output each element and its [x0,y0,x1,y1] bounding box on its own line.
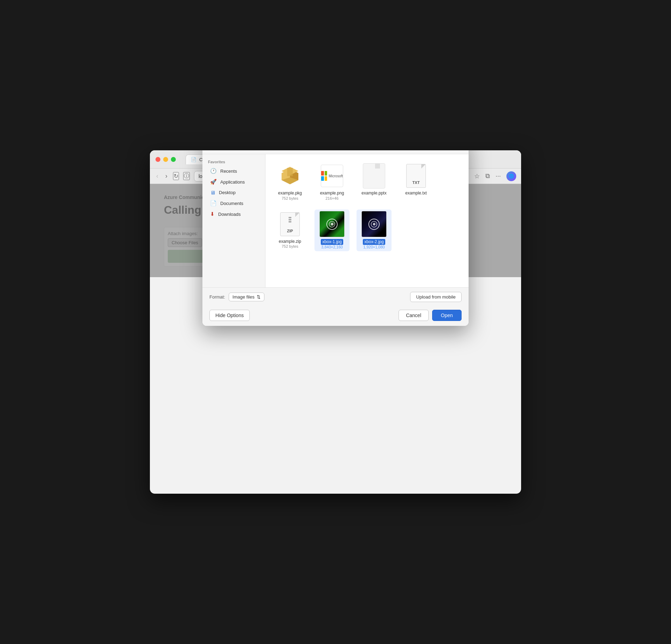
recents-icon: 🕐 [210,168,217,174]
open-button[interactable]: Open [432,310,462,321]
reader-icon[interactable]: ⧉ [485,172,490,180]
format-label: Format: [209,294,225,300]
file-name-txt: example.txt [405,191,427,196]
sidebar-item-documents[interactable]: 📄 Documents [205,198,263,208]
zip-line-2 [289,219,291,220]
file-item-png[interactable]: Microsoft example.png 216×46 [314,161,350,203]
close-button[interactable] [155,157,160,162]
sidebar-section-label: Favorites [202,158,265,165]
sidebar-item-label-recents: Recents [220,169,237,174]
svg-text:⊕: ⊕ [331,222,333,226]
sidebar-item-label-applications: Applications [220,179,245,185]
downloads-icon: ⬇ [210,211,215,217]
ms-logo-blue [321,176,324,181]
ms-label: Microsoft [328,174,343,178]
pkg-icon [279,165,301,187]
file-item-xbox1[interactable]: ⊕ xbox-1.jpg 3,840×2,160 [314,210,350,252]
xbox1-thumbnail: ⊕ [319,211,345,237]
ms-logo [321,171,327,181]
file-size-zip: 752 bytes [282,244,298,248]
file-name-xbox1: xbox-1.jpg [321,239,343,245]
cancel-button[interactable]: Cancel [399,310,429,321]
file-size-pkg: 752 bytes [282,196,298,200]
file-thumb-xbox2: ⊕ [361,212,387,237]
file-item-zip[interactable]: ZIP example.zip 752 bytes [272,210,307,252]
file-thumb-pptx [361,163,387,189]
file-item-xbox2[interactable]: ⊕ xbox-2.jpg 1,920×1,080 [357,210,392,252]
dialog-bottom-row: Hide Options Cancel Open [202,306,469,326]
file-thumb-xbox1: ⊕ [319,212,345,237]
browser-window: 📄 Communication Client - Callin... × + ‹… [150,150,521,494]
applications-icon: 🚀 [210,179,217,185]
browser-avatar[interactable]: 🌐 [506,171,516,181]
ms-logo-yellow [325,176,327,181]
ms-logo-red [321,171,324,176]
pptx-icon [363,163,385,189]
file-thumb-pkg [277,163,303,189]
file-thumb-png: Microsoft [319,163,345,189]
format-value: Image files [233,294,255,300]
sidebar-item-recents[interactable]: 🕐 Recents [205,166,263,176]
file-name-xbox2: xbox-2.jpg [363,239,385,245]
png-icon: Microsoft [321,165,343,187]
file-size-xbox1: 3,840×2,160 [321,245,343,249]
zip-line-3 [289,221,291,222]
zip-line-1 [289,217,291,218]
dialog-toolbar: ‹ › ⊞ ▾ ⊟ ▾ 📁 examples ⇅ 🔍 [202,150,469,154]
modal-overlay: ‹ › ⊞ ▾ ⊟ ▾ 📁 examples ⇅ 🔍 [150,184,521,277]
page-content: Azure Communication Services Calling and… [150,184,521,277]
file-item-pkg[interactable]: example.pkg 752 bytes [272,161,307,203]
sidebar-item-desktop[interactable]: 🖥 Desktop [205,187,263,198]
desktop-icon: 🖥 [210,190,215,196]
upload-mobile-button[interactable]: Upload from mobile [410,292,462,302]
xbox1-image: ⊕ [320,211,344,237]
file-name-zip: example.zip [279,239,301,245]
file-thumb-zip: ZIP [277,212,303,237]
sidebar-item-label-documents: Documents [220,201,243,206]
txt-icon: TXT [406,164,426,188]
traffic-lights [155,157,176,162]
bookmark-icon[interactable]: ☆ [474,172,480,180]
format-chevron-icon: ⇅ [257,294,261,300]
ms-logo-green [325,171,327,176]
sidebar-item-label-downloads: Downloads [218,212,241,217]
tab-page-icon: 📄 [191,157,196,162]
txt-label: TXT [413,180,420,185]
more-icon[interactable]: ··· [496,172,501,180]
xbox2-image: ⊕ [362,211,386,237]
xbox1-logo: ⊕ [326,219,338,230]
info-button[interactable]: ⓘ [183,172,190,180]
file-item-pptx[interactable]: example.pptx [357,161,392,203]
format-section: Format: Image files ⇅ [209,293,264,301]
back-button[interactable]: ‹ [155,171,160,181]
svg-text:⊕: ⊕ [373,222,375,226]
sidebar-item-downloads[interactable]: ⬇ Downloads [205,209,263,219]
documents-icon: 📄 [210,200,217,206]
format-select[interactable]: Image files ⇅ [229,293,264,301]
file-name-png: example.png [320,191,344,196]
svg-marker-4 [287,168,293,176]
file-item-txt[interactable]: TXT example.txt [399,161,434,203]
file-picker-dialog: ‹ › ⊞ ▾ ⊟ ▾ 📁 examples ⇅ 🔍 [202,150,469,326]
sidebar-item-applications[interactable]: 🚀 Applications [205,177,263,187]
xbox2-thumbnail: ⊕ [361,211,387,237]
file-size-xbox2: 1,920×1,080 [363,245,385,249]
maximize-button[interactable] [171,157,176,162]
sidebar-item-label-desktop: Desktop [219,190,236,195]
files-grid: example.pkg 752 bytes [265,154,469,287]
dialog-actions: Cancel Open [399,310,462,321]
minimize-button[interactable] [163,157,168,162]
file-thumb-txt: TXT [403,163,429,189]
dialog-footer: Format: Image files ⇅ Upload from mobile [202,287,469,306]
file-name-pkg: example.pkg [278,191,302,196]
zip-label: ZIP [287,229,293,233]
file-size-png: 216×46 [325,196,338,200]
file-name-pptx: example.pptx [361,191,386,196]
hide-options-button[interactable]: Hide Options [209,310,250,321]
dialog-sidebar: Favorites 🕐 Recents 🚀 Applications 🖥 Des… [202,154,265,287]
xbox2-logo: ⊕ [368,219,380,230]
zip-icon: ZIP [280,212,300,236]
dialog-body: Favorites 🕐 Recents 🚀 Applications 🖥 Des… [202,154,469,287]
forward-button[interactable]: › [164,171,169,181]
refresh-button[interactable]: ↻ [173,172,179,180]
